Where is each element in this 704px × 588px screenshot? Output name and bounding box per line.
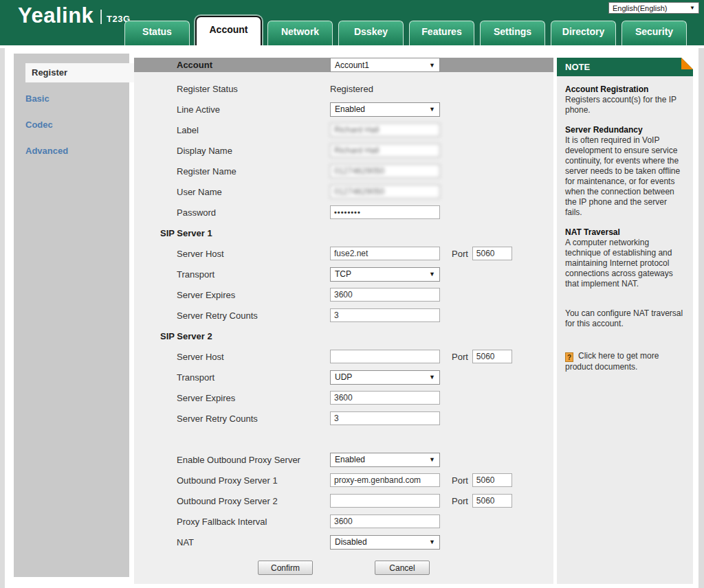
sidebar-item-advanced[interactable]: Advanced — [14, 142, 129, 161]
account-select[interactable]: Account1 ▼ — [330, 58, 440, 72]
yealink-logo: Yealink | T23G — [18, 5, 131, 26]
port-label: Port — [452, 475, 468, 486]
port-label: Port — [452, 496, 468, 506]
tab-features[interactable]: Features — [409, 21, 474, 45]
note-panel: NOTE Account Registration Registers acco… — [557, 58, 693, 584]
field-line-active: Line Active Enabled ▼ — [134, 99, 553, 120]
tab-account[interactable]: Account — [195, 16, 262, 45]
field-server-host-1: Server Host Port — [134, 243, 553, 264]
note-section-configure-nat: You can configure NAT traversal for this… — [565, 308, 685, 329]
password-input[interactable] — [330, 205, 440, 219]
sidebar: Register Basic Codec Advanced — [14, 54, 129, 577]
register-form: Account Account1 ▼ Register Status Regis… — [134, 58, 553, 584]
server-retry-1-input[interactable] — [330, 308, 440, 322]
sip-server-1-heading: SIP Server 1 — [134, 223, 553, 243]
outbound-proxy-1-input[interactable] — [330, 473, 440, 487]
account-label: Account — [134, 60, 330, 70]
form-spacer — [134, 429, 553, 449]
help-link[interactable]: ?Click here to get more product document… — [565, 351, 685, 372]
field-server-expires-2: Server Expires — [134, 387, 553, 408]
display-name-input[interactable] — [330, 144, 440, 157]
help-link-text: Click here to get more product documents… — [565, 351, 659, 372]
tab-dsskey[interactable]: Dsskey — [338, 21, 404, 45]
register-name-input[interactable] — [330, 164, 440, 178]
logo-text: Yealink — [18, 5, 94, 26]
note-section-account-registration: Account Registration Registers account(s… — [565, 84, 685, 115]
field-nat: NAT Disabled ▼ — [134, 532, 553, 552]
field-register-name: Register Name — [134, 161, 553, 181]
field-server-retry-1: Server Retry Counts — [134, 305, 553, 326]
note-header: NOTE — [557, 58, 693, 76]
tab-status[interactable]: Status — [124, 21, 190, 45]
field-label: Label — [134, 120, 553, 140]
field-server-expires-1: Server Expires — [134, 284, 553, 305]
chevron-down-icon: ▼ — [429, 62, 435, 69]
confirm-button[interactable]: Confirm — [258, 561, 313, 575]
proxy-fallback-interval-input[interactable] — [330, 514, 440, 528]
port-label: Port — [452, 249, 468, 259]
field-server-retry-2: Server Retry Counts — [134, 408, 553, 429]
folded-corner-icon — [678, 58, 693, 73]
account-header-row: Account Account1 ▼ — [134, 58, 553, 72]
server-expires-1-input[interactable] — [330, 288, 440, 302]
outbound-proxy-port-1-input[interactable] — [472, 473, 512, 487]
note-body: Account Registration Registers account(s… — [557, 76, 693, 372]
chevron-down-icon: ▼ — [429, 106, 435, 113]
question-icon: ? — [565, 352, 573, 362]
chevron-down-icon: ▼ — [429, 374, 435, 381]
enable-outbound-proxy-select[interactable]: Enabled ▼ — [330, 453, 440, 467]
field-enable-outbound-proxy: Enable Outbound Proxy Server Enabled ▼ — [134, 449, 553, 470]
transport-1-select[interactable]: TCP ▼ — [330, 267, 440, 282]
tab-settings[interactable]: Settings — [480, 21, 545, 45]
server-host-2-input[interactable] — [330, 350, 440, 363]
field-password: Password — [134, 202, 553, 223]
note-section-server-redundancy: Server Redundancy It is often required i… — [565, 125, 685, 218]
port-label: Port — [452, 352, 468, 362]
user-name-input[interactable] — [330, 185, 440, 199]
note-section-nat-traversal: NAT Traversal A computer networking tech… — [565, 227, 685, 289]
field-register-status: Register Status Registered — [134, 78, 553, 99]
logo-divider: | — [99, 7, 103, 25]
field-server-host-2: Server Host Port — [134, 346, 553, 367]
form-actions: Confirm Cancel — [134, 561, 553, 575]
chevron-down-icon: ▼ — [429, 456, 435, 463]
sidebar-item-codec[interactable]: Codec — [14, 115, 129, 135]
server-retry-2-input[interactable] — [330, 411, 440, 425]
chevron-down-icon: ▼ — [429, 271, 435, 278]
language-value: English(English) — [613, 4, 667, 12]
note-title: NOTE — [565, 62, 590, 72]
label-input[interactable] — [330, 123, 440, 137]
server-expires-2-input[interactable] — [330, 391, 440, 405]
line-active-select[interactable]: Enabled ▼ — [330, 102, 440, 117]
transport-2-select[interactable]: UDP ▼ — [330, 370, 440, 385]
outbound-proxy-port-2-input[interactable] — [472, 494, 512, 508]
top-header: Yealink | T23G English(English) ▼ Status… — [0, 0, 704, 45]
outbound-proxy-2-input[interactable] — [330, 494, 440, 508]
account-select-value: Account1 — [335, 60, 369, 70]
sip-server-2-heading: SIP Server 2 — [134, 326, 553, 346]
main-tab-bar: Status Account Network Dsskey Features S… — [124, 16, 687, 45]
tab-security[interactable]: Security — [622, 21, 687, 45]
chevron-down-icon: ▼ — [429, 539, 435, 545]
field-outbound-proxy-1: Outbound Proxy Server 1 Port — [134, 470, 553, 490]
page-right-border — [698, 48, 704, 588]
tab-network[interactable]: Network — [267, 21, 333, 45]
language-select[interactable]: English(English) ▼ — [608, 2, 699, 14]
field-transport-1: Transport TCP ▼ — [134, 264, 553, 284]
server-port-2-input[interactable] — [472, 350, 512, 363]
field-transport-2: Transport UDP ▼ — [134, 367, 553, 387]
cancel-button[interactable]: Cancel — [375, 561, 430, 575]
nat-select[interactable]: Disabled ▼ — [330, 535, 440, 550]
sidebar-item-register[interactable]: Register — [25, 63, 134, 82]
field-outbound-proxy-2: Outbound Proxy Server 2 Port — [134, 490, 553, 511]
server-host-1-input[interactable] — [330, 247, 440, 260]
sidebar-item-basic[interactable]: Basic — [14, 89, 129, 109]
page-left-border — [0, 48, 5, 588]
server-port-1-input[interactable] — [472, 247, 512, 260]
chevron-down-icon: ▼ — [690, 5, 695, 11]
tab-directory[interactable]: Directory — [551, 21, 616, 45]
field-user-name: User Name — [134, 181, 553, 202]
field-display-name: Display Name — [134, 140, 553, 161]
register-status-value: Registered — [330, 84, 373, 94]
field-proxy-fallback-interval: Proxy Fallback Interval — [134, 511, 553, 532]
